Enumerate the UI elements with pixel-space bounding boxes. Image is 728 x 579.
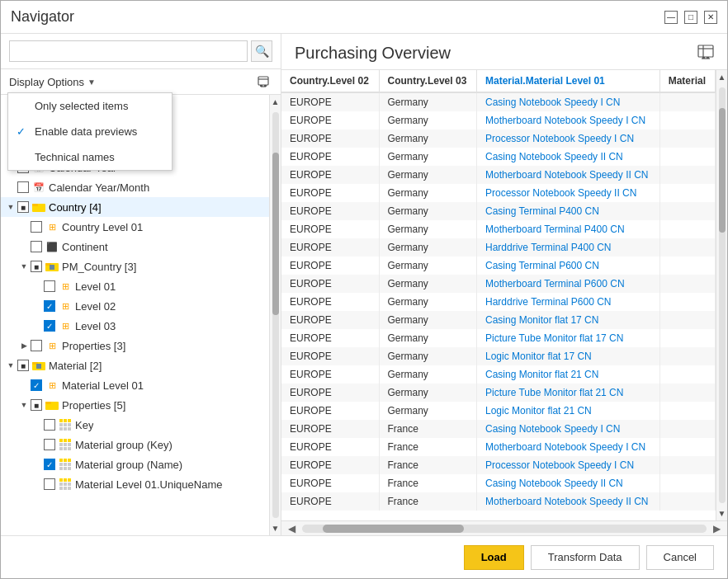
expand-icon[interactable]: ▶ (17, 339, 31, 352)
close-button[interactable]: ✕ (704, 11, 717, 24)
restore-button[interactable]: □ (684, 11, 697, 24)
list-item[interactable]: Material group (Key) (1, 435, 269, 454)
checkbox[interactable]: ✓ (44, 320, 55, 332)
list-item[interactable]: ✓ ⊞ Level 03 (1, 316, 269, 336)
cell-material01[interactable]: Casing Monitor flat 21 CN (477, 365, 660, 384)
expand-icon[interactable]: ▼ (17, 398, 31, 412)
hierarchy-icon: ⊞ (58, 299, 73, 313)
list-item[interactable]: ✓ ⊞ Level 02 (1, 296, 269, 316)
expand-icon[interactable]: ▼ (4, 200, 17, 214)
list-item[interactable]: ✓ Material group (Name) (1, 454, 269, 474)
checkbox[interactable] (44, 439, 55, 450)
expand-icon[interactable]: ▼ (4, 359, 17, 372)
horizontal-scrollbar[interactable]: ◀ ▶ (281, 520, 727, 535)
checkbox[interactable]: ■ (17, 360, 29, 371)
scroll-up-icon[interactable]: ▲ (272, 95, 280, 109)
cell-material01[interactable]: Motherboard Terminal P400 CN (477, 220, 660, 238)
list-item[interactable]: ▼ ■ PM_Country [3] (1, 257, 269, 276)
cell-material01[interactable]: Casing Notebook Speedy II CN (477, 148, 660, 166)
checkbox[interactable] (17, 181, 29, 193)
checkbox[interactable] (44, 280, 55, 292)
table-row: EUROPEFranceCasing Notebook Speedy II CN (281, 474, 716, 492)
scroll-track[interactable] (719, 87, 726, 503)
checkbox[interactable]: ✓ (44, 459, 55, 470)
cell-material01[interactable]: Harddrive Terminal P600 CN (477, 293, 660, 311)
list-item[interactable]: ▼ ■ Country [4] (1, 197, 269, 217)
cancel-button[interactable]: Cancel (646, 545, 714, 570)
preview-title-text: Purchasing Overview (295, 44, 451, 63)
cell-material01[interactable]: Picture Tube Monitor flat 17 CN (477, 329, 660, 347)
checkbox[interactable] (31, 221, 42, 233)
item-label: Material Level 01 (62, 379, 144, 392)
cell-material01[interactable]: Motherboard Notebook Speedy I CN (477, 111, 660, 129)
only-selected-item[interactable]: Only selected items (8, 93, 172, 119)
cell-material (659, 111, 715, 129)
scroll-right-icon[interactable]: ▶ (710, 523, 724, 534)
transform-data-button[interactable]: Transform Data (531, 545, 640, 570)
cell-material (659, 329, 715, 347)
checkbox[interactable]: ✓ (31, 379, 42, 391)
cell-country03: Germany (379, 129, 477, 148)
checkbox[interactable]: ■ (17, 201, 29, 213)
scroll-left-icon[interactable]: ◀ (285, 523, 299, 534)
load-button[interactable]: Load (464, 545, 524, 570)
data-table-container[interactable]: Country.Level 02 Country.Level 03 Materi… (281, 70, 716, 520)
list-item[interactable]: ▼ ■ Material [2] (1, 355, 269, 375)
list-item[interactable]: ⬛ Continent (1, 237, 269, 257)
expand-icon[interactable]: ▼ (17, 260, 31, 273)
scroll-down-icon[interactable]: ▼ (718, 506, 726, 520)
list-item[interactable]: ✓ ⊞ Material Level 01 (1, 375, 269, 395)
scroll-track[interactable] (272, 112, 279, 518)
technical-names-item[interactable]: Technical names (8, 144, 172, 170)
list-item[interactable]: Material Level 01.UniqueName (1, 474, 269, 494)
list-item[interactable]: ⊞ Country Level 01 (1, 217, 269, 237)
tree-scrollbar[interactable]: ▲ ▼ (269, 95, 281, 535)
list-item[interactable]: ▼ ■ Properties [5] (1, 395, 269, 415)
cell-material01[interactable]: Processor Notebook Speedy II CN (477, 184, 660, 202)
enable-previews-item[interactable]: ✓ Enable data previews (8, 119, 172, 144)
item-label: Level 02 (75, 300, 116, 313)
checkbox[interactable] (31, 340, 42, 351)
cell-material01[interactable]: Motherboard Notebook Speedy I CN (477, 438, 660, 456)
right-scrollbar[interactable]: ▲ ▼ (716, 70, 727, 520)
cell-material01[interactable]: Casing Terminal P400 CN (477, 202, 660, 220)
cell-material01[interactable]: Casing Notebook Speedy I CN (477, 420, 660, 438)
cell-material01[interactable]: Casing Notebook Speedy II CN (477, 474, 660, 492)
display-options-button[interactable]: Display Options ▼ (9, 76, 96, 88)
cell-country02: EUROPE (281, 257, 379, 275)
minimize-button[interactable]: — (664, 11, 678, 24)
checkbox[interactable] (44, 419, 55, 431)
cell-material01[interactable]: Motherboard Terminal P600 CN (477, 275, 660, 293)
scroll-up-icon[interactable]: ▲ (718, 70, 726, 84)
h-scroll-track[interactable] (302, 525, 707, 533)
load-icon-button[interactable] (254, 73, 272, 91)
cell-material01[interactable]: Casing Monitor flat 17 CN (477, 311, 660, 329)
checkbox[interactable]: ✓ (44, 300, 55, 312)
item-label: Material group (Name) (75, 459, 182, 471)
list-item[interactable]: ⊞ Level 01 (1, 276, 269, 296)
checkbox[interactable] (31, 241, 42, 252)
scroll-down-icon[interactable]: ▼ (272, 521, 280, 535)
search-input[interactable] (9, 40, 248, 62)
list-item[interactable]: Key (1, 415, 269, 435)
search-icon-button[interactable]: 🔍 (251, 40, 272, 62)
folder-icon (31, 200, 46, 214)
cell-material01[interactable]: Casing Notebook Speedy I CN (477, 92, 660, 111)
cell-material01[interactable]: Casing Terminal P600 CN (477, 257, 660, 275)
list-item[interactable]: ▶ ⊞ Properties [3] (1, 336, 269, 355)
item-label: Properties [3] (62, 340, 125, 352)
cell-material01[interactable]: Motherboard Notebook Speedy II CN (477, 166, 660, 184)
cell-material01[interactable]: Logic Monitor flat 21 CN (477, 402, 660, 420)
cell-material01[interactable]: Processor Notebook Speedy I CN (477, 129, 660, 148)
item-label: PM_Country [3] (62, 261, 136, 273)
list-item[interactable]: 📅 Calendar Year/Month (1, 177, 269, 197)
cell-material01[interactable]: Logic Monitor flat 17 CN (477, 347, 660, 365)
checkbox[interactable]: ■ (31, 261, 42, 272)
cell-material01[interactable]: Processor Notebook Speedy I CN (477, 456, 660, 474)
checkbox[interactable] (44, 478, 55, 490)
cell-material01[interactable]: Picture Tube Monitor flat 21 CN (477, 384, 660, 402)
col-header-country03: Country.Level 03 (379, 70, 477, 92)
checkbox[interactable]: ■ (31, 399, 42, 411)
cell-material01[interactable]: Motherboard Notebook Speedy II CN (477, 492, 660, 511)
cell-material01[interactable]: Harddrive Terminal P400 CN (477, 238, 660, 257)
